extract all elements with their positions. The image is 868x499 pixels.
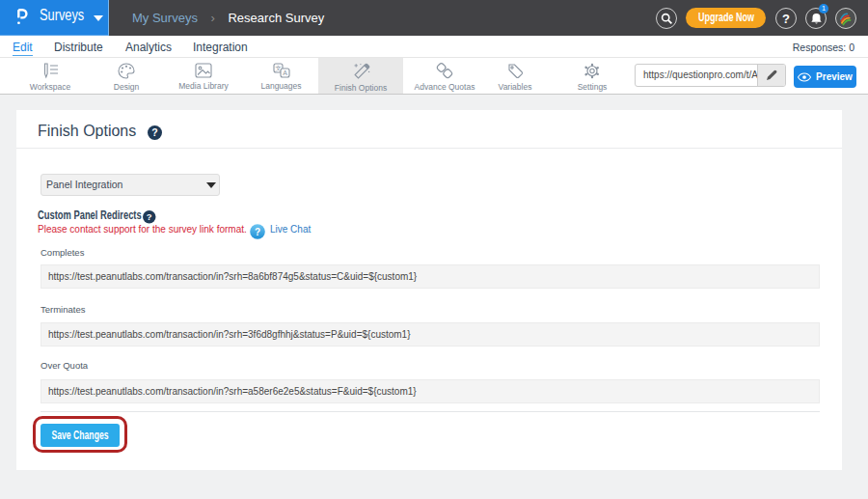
svg-text:文: 文 bbox=[275, 65, 282, 71]
svg-text:?: ? bbox=[255, 227, 260, 237]
svg-text:?: ? bbox=[147, 211, 152, 222]
svg-text:?: ? bbox=[151, 126, 157, 138]
svg-text:A: A bbox=[283, 69, 287, 76]
